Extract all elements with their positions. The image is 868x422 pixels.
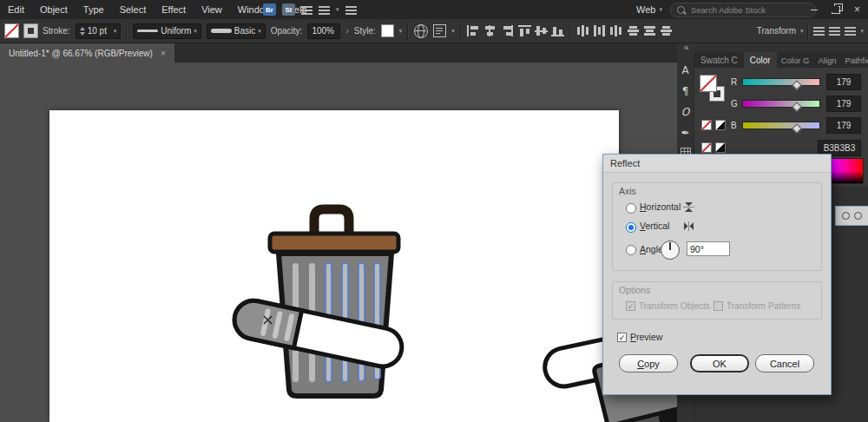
angle-radio[interactable] bbox=[626, 245, 636, 255]
fill-proxy-none[interactable] bbox=[700, 75, 717, 92]
angle-input[interactable] bbox=[687, 241, 730, 256]
collapse-panels-icon[interactable]: « bbox=[684, 43, 689, 52]
opacity-field[interactable] bbox=[307, 23, 340, 39]
stock-icon[interactable]: St bbox=[282, 3, 295, 16]
copy-button[interactable]: Copy bbox=[619, 354, 678, 373]
align-top-icon[interactable] bbox=[518, 25, 531, 36]
green-channel-slider[interactable] bbox=[742, 100, 820, 108]
menu-type[interactable]: Type bbox=[76, 0, 112, 19]
align-left-icon[interactable] bbox=[467, 25, 480, 36]
distribute-horizontal-center-icon[interactable] bbox=[593, 25, 606, 36]
menu-view[interactable]: View bbox=[194, 0, 230, 19]
close-button[interactable]: × bbox=[846, 0, 868, 19]
distribute-right-icon[interactable] bbox=[609, 25, 622, 36]
width-profile-dropdown[interactable]: Uniform ▾ bbox=[133, 23, 201, 39]
document-setup-icon[interactable] bbox=[433, 24, 446, 37]
cancel-button[interactable]: Cancel bbox=[755, 354, 814, 373]
black-white-swatch-icon[interactable] bbox=[715, 120, 726, 130]
bridge-icon[interactable]: Br bbox=[263, 3, 276, 16]
align-vertical-group bbox=[518, 25, 564, 36]
transform-patterns-checkbox[interactable] bbox=[713, 301, 723, 311]
document-tab[interactable]: Untitled-1* @ 66.67% (RGB/Preview) × bbox=[0, 43, 174, 63]
red-channel-label: R bbox=[731, 77, 742, 87]
stroke-weight-field[interactable]: ▾ bbox=[76, 23, 122, 39]
appearance-panel-icon[interactable]: ✒ bbox=[681, 127, 689, 139]
width-profile-value: Uniform bbox=[161, 26, 191, 36]
chevron-down-icon[interactable]: ▾ bbox=[860, 28, 864, 35]
stepper-icon[interactable] bbox=[80, 27, 85, 36]
search-input[interactable] bbox=[689, 4, 797, 16]
tab-pathfinder[interactable]: Pathfie bbox=[841, 52, 868, 68]
transform-label[interactable]: Transform bbox=[757, 26, 796, 36]
align-right-icon[interactable] bbox=[500, 25, 513, 36]
menu-object[interactable]: Object bbox=[32, 0, 76, 19]
distribute-left-icon[interactable] bbox=[576, 25, 589, 36]
minimize-icon bbox=[811, 10, 818, 10]
style-swatch[interactable] bbox=[381, 24, 394, 37]
menu-edit[interactable]: Edit bbox=[0, 0, 32, 19]
preview-checkbox[interactable]: ✓ bbox=[617, 333, 627, 342]
horizontal-label[interactable]: Horizontal bbox=[640, 201, 681, 212]
tab-swatches[interactable]: Swatch C bbox=[694, 52, 744, 68]
menu-effect[interactable]: Effect bbox=[154, 0, 194, 19]
none-swatch-icon[interactable] bbox=[701, 142, 712, 153]
reflect-vertical-icon bbox=[683, 221, 694, 232]
canvas-area[interactable] bbox=[0, 63, 677, 422]
document-setup-globe-icon[interactable] bbox=[414, 24, 428, 38]
tab-align[interactable]: Align bbox=[813, 52, 840, 68]
close-tab-icon[interactable]: × bbox=[161, 48, 166, 58]
distribute-bottom-icon[interactable] bbox=[661, 25, 674, 36]
align-bottom-icon[interactable] bbox=[551, 25, 564, 36]
blue-channel-slider[interactable] bbox=[742, 122, 820, 129]
vertical-radio[interactable] bbox=[626, 222, 636, 233]
restore-button[interactable] bbox=[825, 0, 846, 19]
dialog-title-bar[interactable]: Reflect bbox=[603, 155, 831, 173]
chevron-down-icon[interactable]: ▾ bbox=[114, 28, 117, 35]
fill-none-swatch[interactable] bbox=[4, 23, 19, 38]
hex-row bbox=[701, 141, 861, 155]
chevron-down-icon[interactable]: ▾ bbox=[451, 28, 455, 35]
angle-dial[interactable] bbox=[661, 241, 680, 260]
transform-objects-checkbox[interactable]: ✓ bbox=[626, 301, 635, 311]
opentype-panel-icon[interactable]: O bbox=[681, 106, 689, 118]
paragraph-panel-icon[interactable]: ¶ bbox=[682, 85, 689, 97]
character-panel-icon[interactable]: A bbox=[681, 64, 688, 76]
stroke-swatch[interactable] bbox=[24, 24, 37, 37]
menu-select[interactable]: Select bbox=[112, 0, 155, 19]
workspace-panels-icon[interactable] bbox=[845, 26, 856, 36]
panel-options-icon[interactable] bbox=[829, 26, 840, 36]
workspace-switcher[interactable]: Web ▾ bbox=[636, 4, 662, 15]
horizontal-radio[interactable] bbox=[626, 203, 636, 214]
red-channel-value[interactable] bbox=[826, 74, 861, 90]
panel-fragment[interactable] bbox=[835, 206, 868, 226]
green-channel-value[interactable] bbox=[826, 96, 861, 112]
none-swatch-icon[interactable] bbox=[701, 120, 712, 130]
stroke-weight-input[interactable] bbox=[88, 26, 111, 36]
opacity-input[interactable] bbox=[312, 26, 336, 36]
preview-label[interactable]: Preview bbox=[630, 332, 662, 342]
minimize-button[interactable] bbox=[803, 0, 825, 19]
slider-thumb[interactable] bbox=[792, 123, 801, 133]
distribute-top-icon[interactable] bbox=[628, 25, 641, 36]
vertical-label[interactable]: Vertical bbox=[640, 221, 669, 231]
chevron-down-icon[interactable]: ▾ bbox=[800, 28, 804, 35]
panel-menu-icon[interactable] bbox=[813, 26, 825, 36]
expand-icon[interactable]: › bbox=[345, 26, 348, 36]
document-layout-icon[interactable] bbox=[319, 5, 330, 15]
slider-thumb[interactable] bbox=[792, 80, 801, 89]
align-vertical-center-icon[interactable] bbox=[535, 25, 548, 36]
tab-color[interactable]: Color bbox=[744, 52, 777, 68]
red-channel-slider[interactable] bbox=[742, 78, 820, 86]
adobe-stock-search[interactable] bbox=[670, 3, 816, 17]
tab-color-guide[interactable]: Color G bbox=[777, 52, 814, 68]
distribute-vertical-center-icon[interactable] bbox=[644, 25, 657, 36]
gpu-performance-icon[interactable] bbox=[345, 5, 357, 15]
slider-thumb[interactable] bbox=[792, 102, 801, 111]
ok-button[interactable]: OK bbox=[690, 354, 749, 373]
align-horizontal-center-icon[interactable] bbox=[483, 25, 496, 36]
arrange-documents-icon[interactable] bbox=[301, 5, 312, 15]
blue-channel-value[interactable] bbox=[826, 117, 861, 134]
black-white-swatch-icon[interactable] bbox=[715, 142, 726, 153]
brush-definition-dropdown[interactable]: Basic ▾ bbox=[207, 23, 266, 39]
chevron-down-icon[interactable]: ▾ bbox=[399, 28, 403, 35]
